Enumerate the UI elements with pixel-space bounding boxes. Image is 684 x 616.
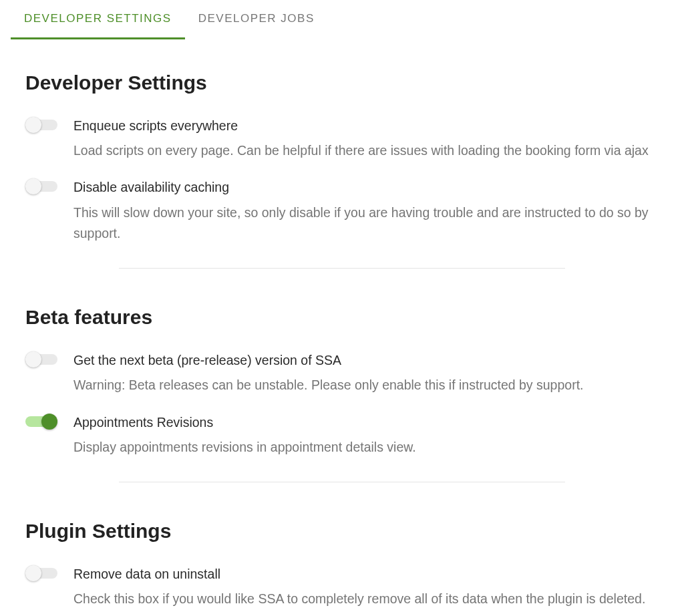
toggle-remove-data-uninstall[interactable] <box>25 565 57 581</box>
setting-title: Get the next beta (pre-release) version … <box>73 351 659 369</box>
setting-text: Enqueue scripts everywhere Load scripts … <box>73 117 659 161</box>
toggle-enqueue-scripts[interactable] <box>25 117 57 133</box>
section-divider <box>119 268 565 269</box>
content-area: Developer Settings Enqueue scripts every… <box>0 39 684 610</box>
toggle-appointments-revisions[interactable] <box>25 414 57 430</box>
section-heading-developer-settings: Developer Settings <box>25 71 659 94</box>
tab-developer-settings[interactable]: Developer Settings <box>11 0 185 39</box>
section-heading-plugin-settings: Plugin Settings <box>25 520 659 543</box>
setting-description: Load scripts on every page. Can be helpf… <box>73 140 659 161</box>
toggle-thumb <box>41 414 57 430</box>
section-divider <box>119 482 565 482</box>
toggle-thumb <box>25 565 41 581</box>
tab-developer-jobs[interactable]: Developer Jobs <box>185 0 328 39</box>
toggle-beta-version[interactable] <box>25 351 57 367</box>
tabs-bar: Developer Settings Developer Jobs <box>0 0 684 39</box>
setting-text: Remove data on uninstall Check this box … <box>73 565 659 609</box>
setting-row: Remove data on uninstall Check this box … <box>25 565 659 609</box>
setting-row: Get the next beta (pre-release) version … <box>25 351 659 396</box>
setting-row: Appointments Revisions Display appointme… <box>25 414 659 458</box>
section-heading-beta-features: Beta features <box>25 306 659 329</box>
setting-text: Appointments Revisions Display appointme… <box>73 414 659 458</box>
setting-row: Disable availability caching This will s… <box>25 178 659 244</box>
toggle-disable-availability-caching[interactable] <box>25 178 57 194</box>
setting-title: Enqueue scripts everywhere <box>73 117 659 135</box>
setting-description: This will slow down your site, so only d… <box>73 202 659 244</box>
setting-description: Display appointments revisions in appoin… <box>73 437 659 458</box>
toggle-thumb <box>25 351 41 367</box>
toggle-thumb <box>25 178 41 194</box>
setting-row: Enqueue scripts everywhere Load scripts … <box>25 117 659 161</box>
setting-title: Remove data on uninstall <box>73 565 659 583</box>
toggle-thumb <box>25 117 41 133</box>
setting-description: Warning: Beta releases can be unstable. … <box>73 375 659 396</box>
setting-description: Check this box if you would like SSA to … <box>73 589 659 609</box>
setting-text: Disable availability caching This will s… <box>73 178 659 244</box>
setting-title: Appointments Revisions <box>73 414 659 432</box>
setting-title: Disable availability caching <box>73 178 659 196</box>
setting-text: Get the next beta (pre-release) version … <box>73 351 659 396</box>
